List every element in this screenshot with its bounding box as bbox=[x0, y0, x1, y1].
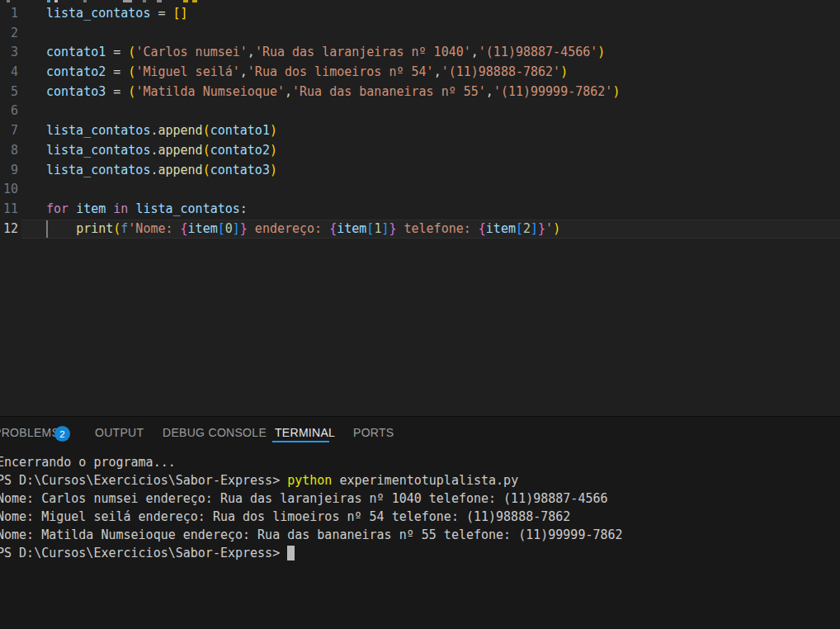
code-line[interactable]: 6 bbox=[0, 102, 840, 121]
code-text: contato1 = ('Carlos numsei','Rua das lar… bbox=[46, 43, 840, 63]
code-line[interactable]: 5contato3 = ('Matilda Numseioque','Rua d… bbox=[0, 83, 840, 102]
line-number: 5 bbox=[0, 83, 18, 102]
code-line[interactable]: 8lista_contatos.append(contato2) bbox=[0, 141, 840, 161]
line-number: 8 bbox=[0, 141, 18, 161]
terminal-line: Encerrando o programa... bbox=[0, 453, 840, 471]
terminal-cursor bbox=[287, 546, 295, 560]
tab-ports[interactable]: PORTS bbox=[353, 427, 394, 439]
code-line[interactable]: 12 print(f'Nome: {item[0]} endereço: {it… bbox=[0, 220, 840, 239]
code-text: print(f'Nome: {item[0]} endereço: {item[… bbox=[46, 220, 840, 239]
code-line[interactable]: 1lista_contatos = [] bbox=[0, 4, 840, 24]
code-line[interactable]: 2 bbox=[0, 24, 840, 44]
line-number: 4 bbox=[0, 63, 18, 83]
code-line[interactable]: 9lista_contatos.append(contato3) bbox=[0, 161, 840, 181]
tab-debug-console[interactable]: DEBUG CONSOLE bbox=[163, 427, 267, 439]
code-editor[interactable]: 1lista_contatos = []23contato1 = ('Carlo… bbox=[0, 0, 840, 416]
terminal-line: Nome: Miguel seilá endereço: Rua dos lim… bbox=[0, 508, 840, 526]
code-line[interactable]: 4contato2 = ('Miguel seilá','Rua dos lim… bbox=[0, 63, 840, 83]
line-number: 10 bbox=[0, 180, 18, 200]
line-number: 2 bbox=[0, 24, 18, 44]
problems-count: 2 bbox=[59, 429, 64, 439]
tab-problems[interactable]: PROBLEMS bbox=[0, 427, 59, 439]
code-text: contato3 = ('Matilda Numseioque','Rua da… bbox=[46, 83, 840, 102]
code-text: lista_contatos.append(contato3) bbox=[46, 161, 840, 181]
code-line[interactable]: 3contato1 = ('Carlos numsei','Rua das la… bbox=[0, 43, 840, 63]
code-text: for item in lista_contatos: bbox=[46, 200, 840, 220]
line-number: 11 bbox=[0, 200, 18, 220]
line-number: 1 bbox=[0, 4, 18, 24]
code-text: lista_contatos = [] bbox=[46, 4, 840, 24]
line-number: 6 bbox=[0, 102, 18, 121]
code-line[interactable]: 11for item in lista_contatos: bbox=[0, 200, 840, 220]
code-text: contato2 = ('Miguel seilá','Rua dos limo… bbox=[46, 63, 840, 83]
tab-output[interactable]: OUTPUT bbox=[95, 427, 144, 439]
code-line[interactable]: 7lista_contatos.append(contato1) bbox=[0, 121, 840, 141]
code-text: lista_contatos.append(contato2) bbox=[46, 141, 840, 161]
problems-badge: 2 bbox=[54, 426, 70, 442]
vscode-window: 1lista_contatos = []23contato1 = ('Carlo… bbox=[0, 0, 840, 629]
editor-cursor bbox=[46, 220, 48, 239]
line-number: 12 bbox=[0, 220, 18, 239]
active-tab-indicator bbox=[272, 441, 329, 442]
panel-tab-bar: PROBLEMS 2 OUTPUT DEBUG CONSOLE TERMINAL… bbox=[0, 417, 840, 447]
terminal-line: Nome: Matilda Numseioque endereço: Rua d… bbox=[0, 526, 840, 544]
terminal-output[interactable]: Encerrando o programa...PS D:\Cursos\Exe… bbox=[0, 453, 840, 629]
line-number: 9 bbox=[0, 161, 18, 181]
line-number: 7 bbox=[0, 121, 18, 141]
line-number: 3 bbox=[0, 43, 18, 63]
terminal-line: PS D:\Cursos\Exercicios\Sabor-Express> p… bbox=[0, 471, 840, 489]
code-text: lista_contatos.append(contato1) bbox=[46, 121, 840, 141]
terminal-line: PS D:\Cursos\Exercicios\Sabor-Express> bbox=[0, 544, 840, 562]
terminal-line: Nome: Carlos numsei endereço: Rua das la… bbox=[0, 489, 840, 508]
code-editor-lines: 1lista_contatos = []23contato1 = ('Carlo… bbox=[0, 4, 840, 239]
tab-terminal[interactable]: TERMINAL bbox=[275, 427, 335, 439]
code-line[interactable]: 10 bbox=[0, 180, 840, 200]
bottom-panel: PROBLEMS 2 OUTPUT DEBUG CONSOLE TERMINAL… bbox=[0, 416, 840, 629]
